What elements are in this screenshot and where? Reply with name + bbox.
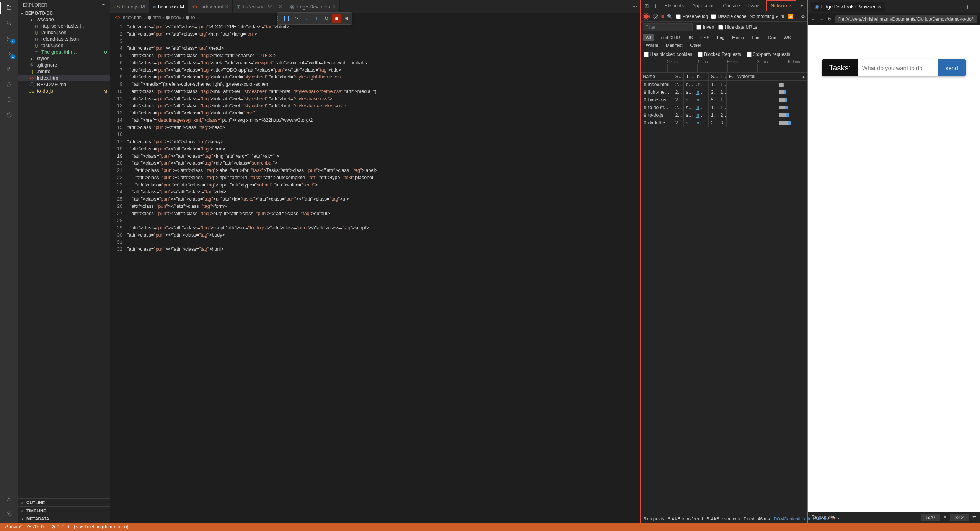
- close-icon[interactable]: ×: [789, 3, 792, 8]
- tree-item[interactable]: ›.vscode: [18, 16, 110, 23]
- check[interactable]: Has blocked cookies: [644, 52, 692, 57]
- chip-media[interactable]: Media: [729, 34, 747, 41]
- close-icon[interactable]: ×: [279, 3, 282, 10]
- filter-input[interactable]: [643, 23, 693, 31]
- search-icon[interactable]: 🔍: [667, 14, 673, 19]
- debug-config-item[interactable]: ▷webdebug (demo-to-do): [74, 524, 128, 529]
- tree-item[interactable]: ⓘREADME.md: [18, 81, 110, 88]
- tree-item[interactable]: ≡The great thin…U: [18, 49, 110, 55]
- refresh-icon[interactable]: ↻: [828, 16, 832, 22]
- chip-css[interactable]: CSS: [697, 34, 713, 41]
- width-input[interactable]: [921, 514, 940, 521]
- chip-all[interactable]: All: [643, 34, 654, 41]
- hide-urls-checkbox[interactable]: Hide data URLs: [718, 25, 757, 30]
- tab-application[interactable]: Application: [688, 1, 719, 11]
- azure-icon[interactable]: [5, 80, 14, 89]
- network-conditions-icon[interactable]: 📶: [788, 14, 794, 19]
- tree-item[interactable]: ⚙.gitignore: [18, 62, 110, 68]
- code-editor[interactable]: 1234567891011121314151617181920212223242…: [110, 22, 640, 523]
- disable-cache-checkbox[interactable]: Disable cache: [711, 14, 746, 19]
- drag-grip-icon[interactable]: ⋮⋮: [278, 14, 281, 23]
- tree-item[interactable]: <>index.html: [18, 75, 110, 81]
- preserve-log-checkbox[interactable]: Preserve log: [676, 14, 708, 19]
- network-row[interactable]: 🗎to-do-styles.…200st…index…1…1…: [641, 104, 807, 111]
- section-outline[interactable]: › OUTLINE: [18, 498, 110, 506]
- chip-other[interactable]: Other: [687, 42, 704, 48]
- tree-item[interactable]: {}tasks.json: [18, 42, 110, 49]
- pause-icon[interactable]: ❚❚: [282, 14, 291, 23]
- chip-font[interactable]: Font: [748, 34, 763, 41]
- extensions-icon[interactable]: [5, 64, 14, 74]
- tree-item[interactable]: {}reload-tasks.json: [18, 36, 110, 42]
- network-row[interactable]: 🗎light-theme.…200st…index…2…1…: [641, 88, 807, 96]
- back-icon[interactable]: ←: [811, 16, 815, 22]
- add-tab-icon[interactable]: ＋: [797, 2, 806, 9]
- settings-gear-icon[interactable]: [5, 510, 14, 519]
- explorer-icon[interactable]: [5, 3, 14, 12]
- network-row[interactable]: 🗎to-do.js200s…index…1…2…: [641, 111, 807, 119]
- network-settings-icon[interactable]: ⚙: [801, 14, 805, 19]
- chip-doc[interactable]: Doc: [765, 34, 779, 41]
- chip-manifest[interactable]: Manifest: [663, 42, 685, 48]
- tab-network[interactable]: Network×: [766, 0, 796, 11]
- more-icon[interactable]: ⋯: [633, 4, 637, 9]
- tree-item[interactable]: {}launch.json: [18, 29, 110, 36]
- stop-icon[interactable]: ■: [332, 14, 341, 23]
- step-into-icon[interactable]: ↓: [302, 14, 311, 23]
- throttling-select[interactable]: No throttling ▾: [750, 14, 778, 19]
- more-icon[interactable]: ⋯: [101, 2, 106, 7]
- record-icon[interactable]: [643, 13, 650, 20]
- source-control-icon[interactable]: 4: [5, 34, 14, 43]
- chip-wasm[interactable]: Wasm: [643, 42, 661, 48]
- network-headers[interactable]: NameS…T…InitiatorSizeTi…F…Waterfall▴: [641, 73, 807, 81]
- wifi-icon[interactable]: ⇅: [781, 14, 785, 19]
- close-icon[interactable]: ×: [878, 4, 881, 10]
- invert-checkbox[interactable]: Invert: [696, 25, 714, 30]
- tree-item[interactable]: {}.hintrc: [18, 68, 110, 75]
- editor-tab[interactable]: JSto-do.jsM: [110, 0, 149, 13]
- check[interactable]: Blocked Requests: [698, 52, 741, 57]
- chip-ws[interactable]: WS: [781, 34, 794, 41]
- tree-item[interactable]: JSto-do.jsM: [18, 88, 110, 94]
- more-icon[interactable]: ⋯: [972, 4, 977, 10]
- task-input[interactable]: [858, 59, 938, 76]
- check[interactable]: 3rd-party requests: [747, 52, 790, 57]
- tree-item[interactable]: {}http-server-tasks.j…: [18, 23, 110, 29]
- forward-icon[interactable]: →: [819, 16, 824, 22]
- editor-tab[interactable]: ⊞Extension: M…×: [233, 0, 286, 13]
- breadcrumb[interactable]: <>index.html› ⬢html› ⬢body› ⬢fo…: [110, 13, 640, 22]
- split-icon[interactable]: ⫿: [966, 4, 969, 10]
- height-input[interactable]: [950, 514, 969, 521]
- tree-item[interactable]: ›styles: [18, 55, 110, 62]
- url-bar[interactable]: file:///Users/chrisheilmann/Documents/Gi…: [835, 15, 977, 23]
- tab-elements[interactable]: Elements: [661, 1, 688, 11]
- editor-tab[interactable]: #base.cssM: [149, 0, 188, 13]
- section-timeline[interactable]: › TIMELINE: [18, 506, 110, 515]
- preview-viewport[interactable]: Tasks: send: [808, 25, 980, 512]
- problems-item[interactable]: ⊘0⚠0: [51, 524, 69, 529]
- run-debug-icon[interactable]: 1: [5, 49, 14, 58]
- sync-item[interactable]: ⟳20↓ 0↑: [27, 524, 46, 529]
- browser-tab[interactable]: ◉Edge DevTools: Browser×: [811, 2, 885, 12]
- editor-tab[interactable]: <>index.html×: [188, 0, 233, 13]
- tab-issues[interactable]: Issues: [745, 1, 766, 11]
- clear-icon[interactable]: [653, 14, 658, 19]
- step-over-icon[interactable]: ↷: [292, 14, 301, 23]
- timeline-overview[interactable]: 20 ms40 ms60 ms80 ms100 ms: [641, 59, 807, 73]
- network-row[interactable]: 🗎dark-theme.…200st…index…2…3…: [641, 119, 807, 127]
- chip-fetch/xhr[interactable]: Fetch/XHR: [656, 34, 683, 41]
- chip-img[interactable]: Img: [714, 34, 727, 41]
- search-icon[interactable]: [5, 18, 14, 28]
- github-icon[interactable]: [5, 95, 14, 104]
- inspect-icon[interactable]: ◰: [642, 3, 651, 8]
- project-header[interactable]: ⌄DEMO-TO-DO: [18, 10, 110, 16]
- editor-tab[interactable]: ◉Edge DevTools×: [286, 0, 340, 13]
- restart-icon[interactable]: ↻: [322, 14, 331, 23]
- devtools-icon[interactable]: ⊞: [342, 14, 351, 23]
- send-button[interactable]: send: [938, 59, 966, 76]
- chip-js[interactable]: JS: [685, 34, 696, 41]
- branch-item[interactable]: ⎇main*: [3, 524, 22, 529]
- rotate-icon[interactable]: ⇄: [972, 515, 976, 520]
- close-icon[interactable]: ×: [225, 3, 228, 10]
- network-row[interactable]: 🗎base.css200st…index…5…1…: [641, 96, 807, 104]
